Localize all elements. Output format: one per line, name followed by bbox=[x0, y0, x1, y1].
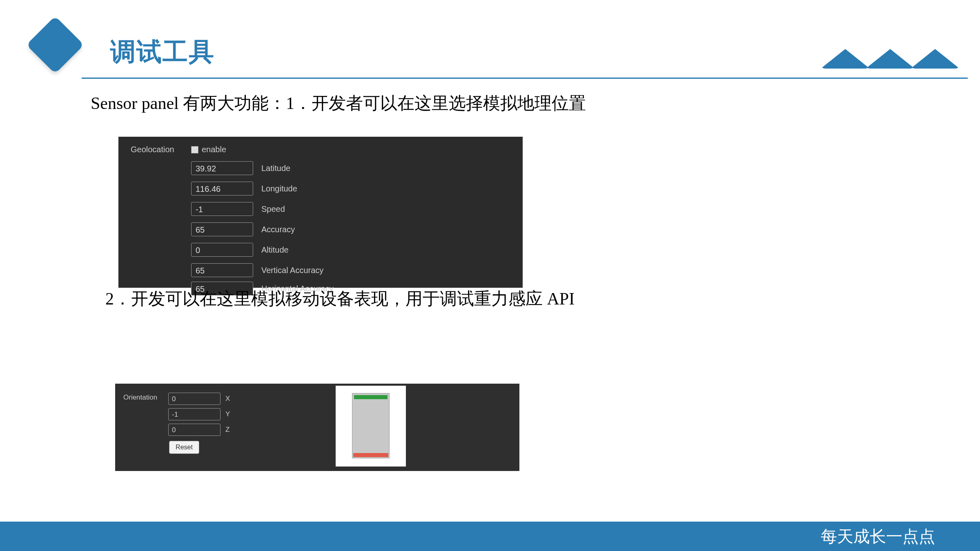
header-divider bbox=[82, 78, 968, 79]
geolocation-enable-checkbox[interactable] bbox=[191, 146, 198, 153]
orientation-y-label: Y bbox=[225, 410, 230, 418]
orientation-z-label: Z bbox=[225, 426, 229, 434]
vertical-accuracy-input[interactable]: 65 bbox=[191, 263, 253, 277]
header-wave-decor bbox=[821, 49, 960, 78]
reset-button[interactable]: Reset bbox=[169, 441, 199, 454]
intro-text-1: Sensor panel 有两大功能：1．开发者可以在这里选择模拟地理位置 bbox=[91, 92, 586, 115]
longitude-label: Longitude bbox=[261, 184, 297, 193]
altitude-label: Altitude bbox=[261, 245, 289, 255]
longitude-input[interactable]: 116.46 bbox=[191, 182, 253, 196]
device-top-bar bbox=[354, 395, 388, 399]
orientation-section-label: Orientation bbox=[123, 393, 157, 402]
geolocation-enable-label: enable bbox=[202, 145, 226, 154]
orientation-panel: Orientation 0 X -1 Y 0 Z Reset bbox=[115, 384, 519, 471]
page-title: 调试工具 bbox=[110, 35, 215, 69]
latitude-label: Latitude bbox=[261, 164, 290, 173]
geolocation-section-label: Geolocation bbox=[131, 145, 174, 154]
accuracy-input[interactable]: 65 bbox=[191, 222, 253, 236]
device-bottom-bar bbox=[353, 453, 388, 457]
speed-input[interactable]: -1 bbox=[191, 202, 253, 216]
header-diamond-icon bbox=[26, 16, 84, 73]
footer-text: 每天成长一点点 bbox=[821, 525, 935, 548]
altitude-input[interactable]: 0 bbox=[191, 243, 253, 257]
speed-label: Speed bbox=[261, 204, 285, 214]
footer-bar: 每天成长一点点 bbox=[0, 522, 980, 551]
vertical-accuracy-label: Vertical Accuracy bbox=[261, 266, 323, 275]
geolocation-panel: Geolocation enable 39.92 Latitude 116.46… bbox=[118, 137, 523, 288]
intro-text-2: 2．开发可以在这里模拟移动设备表现，用于调试重力感应 API bbox=[105, 287, 575, 310]
device-preview bbox=[336, 386, 406, 467]
latitude-input[interactable]: 39.92 bbox=[191, 161, 253, 175]
orientation-x-label: X bbox=[225, 395, 230, 403]
device-body bbox=[352, 393, 390, 458]
accuracy-label: Accuracy bbox=[261, 225, 295, 234]
orientation-x-input[interactable]: 0 bbox=[168, 393, 220, 405]
orientation-z-input[interactable]: 0 bbox=[168, 424, 220, 436]
orientation-y-input[interactable]: -1 bbox=[168, 408, 220, 420]
